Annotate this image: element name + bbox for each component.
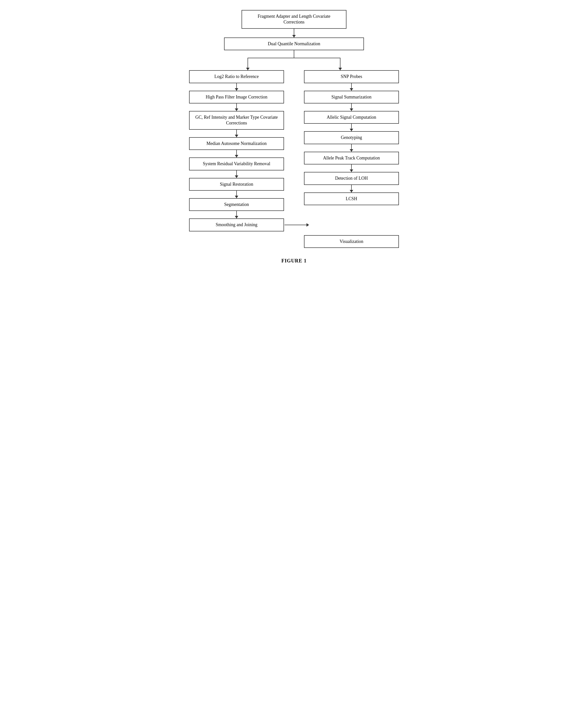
signal-restoration-label: Signal Restoration xyxy=(220,182,253,187)
segmentation-box: Segmentation xyxy=(189,198,284,211)
high-pass-filter-box: High Pass Filter Image Correction xyxy=(189,91,284,103)
genotyping-box: Genotyping xyxy=(304,131,399,144)
snp-probes-box: SNP Probes xyxy=(304,70,399,83)
allelic-signal-label: Allelic Signal Computation xyxy=(327,115,376,120)
detection-loh-label: Detection of LOH xyxy=(335,176,368,181)
left-split-arrow xyxy=(248,58,248,70)
right-split-arrow xyxy=(340,58,340,70)
arrow-left-3 xyxy=(236,130,237,137)
arrow-left-6 xyxy=(236,191,237,198)
gc-ref-box: GC, Ref Intensity and Marker Type Covari… xyxy=(189,111,284,130)
signal-summarization-label: Signal Summarization xyxy=(332,95,372,100)
signal-restoration-box: Signal Restoration xyxy=(189,178,284,191)
allele-peak-label: Allele Peak Track Computation xyxy=(323,156,380,161)
smoothing-joining-label: Smoothing and Joining xyxy=(215,222,257,227)
allelic-signal-box: Allelic Signal Computation xyxy=(304,111,399,124)
arrow-right-6 xyxy=(351,185,352,192)
lcsh-box: LCSH xyxy=(304,192,399,205)
horiz-split-line xyxy=(248,58,340,58)
dual-quantile-box: Dual Quantile Normalization xyxy=(224,38,364,50)
dual-quantile-label: Dual Quantile Normalization xyxy=(268,41,320,46)
snp-probes-label: SNP Probes xyxy=(341,74,362,79)
genotyping-label: Genotyping xyxy=(341,135,362,140)
log2-ratio-label: Log2 Ratio to Reference xyxy=(214,74,258,79)
visualization-box: Visualization xyxy=(304,235,399,248)
fragment-adapter-box: Fragment Adapter and Length Covariate Co… xyxy=(241,10,346,29)
arrow-left-1 xyxy=(236,83,237,91)
diagram: Fragment Adapter and Length Covariate Co… xyxy=(182,10,406,264)
arrow-right-2 xyxy=(351,103,352,111)
split-columns: Log2 Ratio to Reference High Pass Filter… xyxy=(182,70,406,248)
arrow-left-5 xyxy=(236,170,237,178)
detection-loh-box: Detection of LOH xyxy=(304,172,399,185)
smoothing-row: Smoothing and Joining xyxy=(189,219,284,231)
arrow-1 xyxy=(294,29,294,38)
arrow-right-4 xyxy=(351,144,352,152)
arrow-right-5 xyxy=(351,164,352,172)
segmentation-label: Segmentation xyxy=(224,202,249,207)
log2-ratio-box: Log2 Ratio to Reference xyxy=(189,70,284,83)
gc-ref-label: GC, Ref Intensity and Marker Type Covari… xyxy=(195,115,278,125)
median-autosome-label: Median Autosome Normalization xyxy=(207,141,267,146)
horiz-arrow-head xyxy=(307,223,309,227)
arrow-left-7 xyxy=(236,211,237,219)
figure-label: FIGURE 1 xyxy=(281,258,307,264)
smoothing-joining-box: Smoothing and Joining xyxy=(189,219,284,231)
right-column: SNP Probes Signal Summarization Allelic … xyxy=(304,70,399,248)
signal-summarization-box: Signal Summarization xyxy=(304,91,399,103)
arrow-right-3 xyxy=(351,124,352,131)
split-connector xyxy=(224,58,364,70)
system-residual-label: System Residual Variability Removal xyxy=(203,161,270,166)
system-residual-box: System Residual Variability Removal xyxy=(189,158,284,170)
lcsh-label: LCSH xyxy=(346,196,357,201)
median-autosome-box: Median Autosome Normalization xyxy=(189,137,284,150)
left-column: Log2 Ratio to Reference High Pass Filter… xyxy=(189,70,284,231)
allele-peak-box: Allele Peak Track Computation xyxy=(304,152,399,164)
horiz-arrow-smoothing xyxy=(285,225,309,225)
arrow-left-2 xyxy=(236,103,237,111)
fragment-adapter-label: Fragment Adapter and Length Covariate Co… xyxy=(258,14,331,24)
high-pass-filter-label: High Pass Filter Image Correction xyxy=(206,95,268,100)
connector-dual-split xyxy=(294,50,294,58)
arrow-left-4 xyxy=(236,150,237,158)
arrow-right-1 xyxy=(351,83,352,91)
visualization-label: Visualization xyxy=(340,239,363,244)
